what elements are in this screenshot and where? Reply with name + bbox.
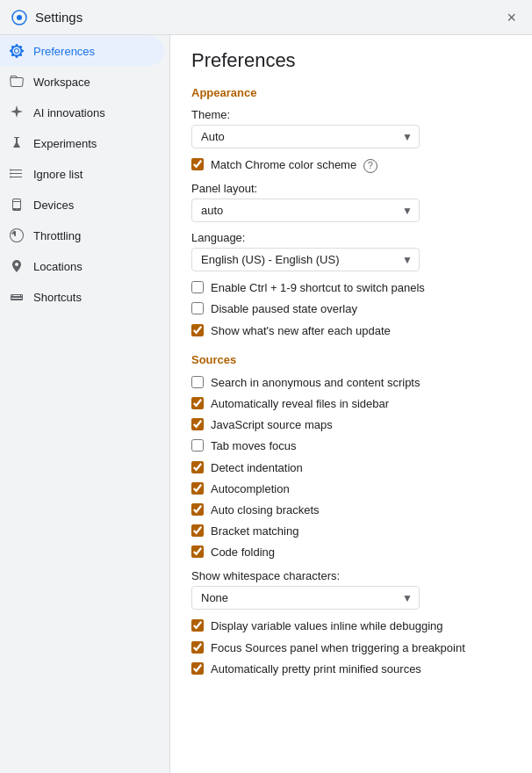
language-group: Language: English (US) - English (US) ▼ [191,231,511,271]
sidebar-label-locations: Locations [33,260,83,273]
section-appearance: Appearance [191,86,511,99]
ctrl-shortcut-checkbox[interactable] [191,281,204,293]
focus-sources-checkbox[interactable] [191,641,204,654]
gear-icon [9,43,25,59]
auto-brackets-row[interactable]: Auto closing brackets [191,502,511,518]
content-scroll: Preferences Appearance Theme: Auto Light… [170,35,532,704]
detect-indent-checkbox[interactable] [191,461,204,473]
inline-values-checkbox[interactable] [191,619,204,632]
paused-overlay-row[interactable]: Disable paused state overlay [191,301,511,317]
source-maps-label: JavaScript source maps [211,417,333,433]
reveal-files-row[interactable]: Automatically reveal files in sidebar [191,396,511,412]
help-icon[interactable]: ? [363,159,377,173]
ctrl-shortcut-label: Enable Ctrl + 1-9 shortcut to switch pan… [211,280,425,296]
paused-overlay-label: Disable paused state overlay [211,301,357,317]
svg-point-3 [10,173,11,175]
theme-group: Theme: Auto Light Dark ▼ [191,108,511,148]
match-color-scheme-row[interactable]: Match Chrome color scheme ? [191,157,511,173]
source-maps-checkbox[interactable] [191,418,204,430]
flask-icon [9,135,25,151]
tab-focus-checkbox[interactable] [191,439,204,452]
panel-layout-select[interactable]: auto horizontal vertical [191,199,420,222]
language-select-wrapper: English (US) - English (US) ▼ [191,248,420,271]
pretty-print-checkbox[interactable] [191,662,204,675]
pretty-print-row[interactable]: Automatically pretty print minified sour… [191,661,511,677]
whitespace-select[interactable]: None All Trailing [191,586,420,610]
sidebar: Preferences Workspace AI innovations [0,35,170,773]
sidebar-label-ignore-list: Ignore list [33,168,83,181]
whitespace-group: Show whitespace characters: None All Tra… [191,569,511,610]
anon-scripts-checkbox[interactable] [191,376,204,388]
bracket-match-row[interactable]: Bracket matching [191,524,511,539]
sidebar-label-shortcuts: Shortcuts [33,291,82,304]
sidebar-item-ai-innovations[interactable]: AI innovations [0,98,164,127]
device-icon [9,197,25,213]
language-select[interactable]: English (US) - English (US) [191,248,420,271]
title-bar: Settings × [0,0,532,35]
theme-select[interactable]: Auto Light Dark [191,125,420,148]
source-maps-row[interactable]: JavaScript source maps [191,417,511,433]
pretty-print-label: Automatically pretty print minified sour… [211,661,421,677]
ctrl-shortcut-row[interactable]: Enable Ctrl + 1-9 shortcut to switch pan… [191,280,511,296]
bracket-match-checkbox[interactable] [191,524,204,537]
sidebar-label-throttling: Throttling [33,229,81,242]
reveal-files-checkbox[interactable] [191,397,204,409]
window-title: Settings [35,10,501,25]
autocompletion-row[interactable]: Autocompletion [191,481,511,497]
focus-sources-row[interactable]: Focus Sources panel when triggering a br… [191,640,511,656]
sidebar-item-locations[interactable]: Locations [0,251,164,281]
whats-new-label: Show what's new after each update [211,323,391,339]
code-folding-row[interactable]: Code folding [191,545,511,560]
settings-icon [11,9,28,26]
sidebar-item-throttling[interactable]: Throttling [0,220,164,250]
whitespace-select-wrapper: None All Trailing ▼ [191,586,420,610]
inline-values-row[interactable]: Display variable values inline while deb… [191,618,511,634]
detect-indent-label: Detect indentation [211,460,303,476]
paused-overlay-checkbox[interactable] [191,302,204,314]
sidebar-label-ai: AI innovations [33,106,105,119]
detect-indent-row[interactable]: Detect indentation [191,460,511,476]
section-sources: Sources [191,353,511,366]
location-icon [9,258,25,274]
sidebar-label-preferences: Preferences [33,45,95,58]
focus-sources-label: Focus Sources panel when triggering a br… [211,640,465,656]
auto-brackets-label: Auto closing brackets [211,502,320,518]
tab-focus-row[interactable]: Tab moves focus [191,438,511,454]
match-color-scheme-checkbox[interactable] [191,158,204,170]
panel-layout-label: Panel layout: [191,182,511,195]
inline-values-label: Display variable values inline while deb… [211,618,443,634]
autocompletion-checkbox[interactable] [191,482,204,495]
sidebar-item-preferences[interactable]: Preferences [0,36,164,66]
sidebar-item-ignore-list[interactable]: Ignore list [0,159,164,189]
match-color-scheme-label: Match Chrome color scheme ? [211,157,377,173]
svg-point-1 [17,15,22,20]
whats-new-checkbox[interactable] [191,324,204,336]
auto-brackets-checkbox[interactable] [191,503,204,516]
content-area: Preferences Appearance Theme: Auto Light… [170,35,532,773]
bracket-match-label: Bracket matching [211,524,298,539]
sidebar-label-workspace: Workspace [33,76,90,89]
main-layout: Preferences Workspace AI innovations [0,35,532,773]
panel-layout-group: Panel layout: auto horizontal vertical ▼ [191,182,511,222]
reveal-files-label: Automatically reveal files in sidebar [211,396,389,412]
sidebar-item-devices[interactable]: Devices [0,190,164,220]
page-title: Preferences [191,49,511,72]
sidebar-item-workspace[interactable]: Workspace [0,67,164,97]
code-folding-checkbox[interactable] [191,545,204,558]
folder-icon [9,74,25,90]
sidebar-label-devices: Devices [33,199,74,212]
language-label: Language: [191,231,511,244]
tab-focus-label: Tab moves focus [211,438,297,454]
panel-layout-select-wrapper: auto horizontal vertical ▼ [191,199,420,222]
sidebar-label-experiments: Experiments [33,137,97,150]
sidebar-item-shortcuts[interactable]: Shortcuts [0,282,164,312]
sparkle-icon [9,105,25,120]
anon-scripts-label: Search in anonymous and content scripts [211,375,420,391]
whats-new-row[interactable]: Show what's new after each update [191,323,511,339]
sidebar-item-experiments[interactable]: Experiments [0,128,164,158]
theme-label: Theme: [191,108,511,121]
anon-scripts-row[interactable]: Search in anonymous and content scripts [191,375,511,391]
keyboard-icon [9,289,25,305]
code-folding-label: Code folding [211,545,275,560]
close-button[interactable]: × [501,8,521,27]
